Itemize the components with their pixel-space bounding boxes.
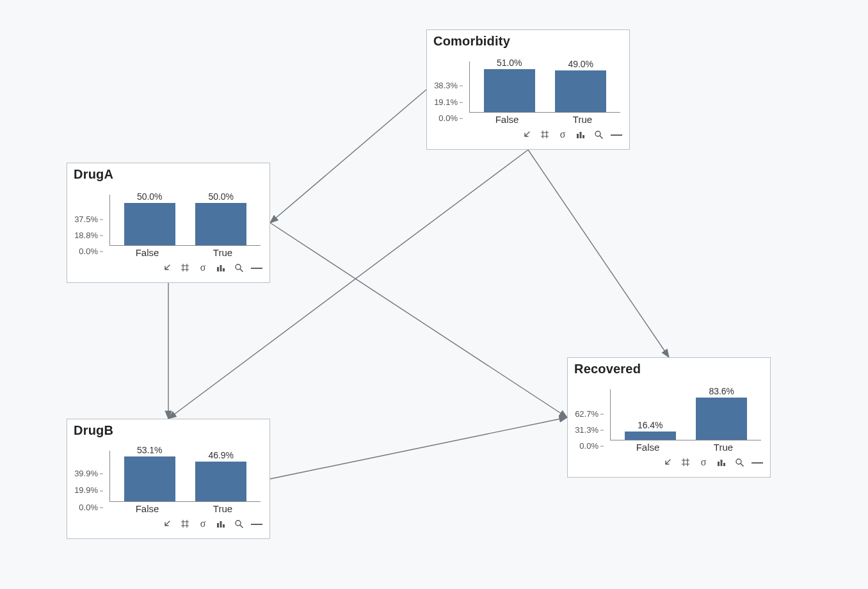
bar[interactable]: 83.6% <box>689 389 755 440</box>
minimize-icon[interactable]: — <box>752 457 762 467</box>
zoom-icon[interactable] <box>234 519 244 529</box>
x-label: False <box>113 247 182 260</box>
svg-rect-15 <box>718 462 719 466</box>
zoom-icon[interactable] <box>734 457 744 467</box>
x-label: False <box>613 442 683 455</box>
zoom-icon[interactable] <box>593 129 604 140</box>
y-tick: 19.1% <box>434 97 463 106</box>
svg-rect-16 <box>721 460 723 466</box>
svg-rect-5 <box>217 267 219 271</box>
collapse-icon[interactable] <box>663 457 673 467</box>
sigma-icon[interactable]: σ <box>558 129 568 140</box>
svg-rect-7 <box>223 268 225 271</box>
edge-drugb-to-recovered <box>270 417 567 479</box>
minimize-icon[interactable]: — <box>611 129 622 140</box>
svg-rect-11 <box>220 521 222 528</box>
bar-value-label: 50.0% <box>182 191 261 202</box>
svg-line-14 <box>240 525 243 528</box>
sigma-icon[interactable]: σ <box>698 457 709 467</box>
node-title: Comorbidity <box>427 30 629 50</box>
y-tick: 0.0% <box>438 113 463 123</box>
sigma-icon[interactable]: σ <box>198 262 208 273</box>
svg-rect-10 <box>217 523 219 528</box>
y-tick-label: 18.8 <box>74 230 90 239</box>
grid-icon[interactable] <box>180 519 190 529</box>
y-tick-label: 31.3 <box>575 424 591 434</box>
svg-line-19 <box>741 464 743 466</box>
bar-value-label: 46.9% <box>182 450 261 460</box>
collapse-icon[interactable] <box>162 519 172 529</box>
node-title: DrugB <box>67 419 269 439</box>
x-label: True <box>188 503 258 516</box>
bar[interactable]: 16.4% <box>617 389 683 440</box>
y-tick-label: 62.7 <box>575 408 591 418</box>
bar-value-label: 16.4% <box>611 420 689 430</box>
y-tick: 62.7% <box>575 408 604 418</box>
y-tick-label: 37.5 <box>74 214 90 224</box>
minimize-icon[interactable]: — <box>252 519 262 529</box>
bar-chart-icon[interactable] <box>216 262 226 273</box>
grid-icon[interactable] <box>680 457 691 467</box>
bar-value-label: 83.6% <box>682 386 761 396</box>
y-tick-label: 38.3 <box>434 80 450 90</box>
minimize-icon[interactable]: — <box>252 262 262 273</box>
x-label: True <box>548 114 618 127</box>
y-tick-label: 0.0 <box>438 113 450 123</box>
y-tick: 19.9% <box>74 485 103 495</box>
y-tick: 0.0% <box>79 246 103 256</box>
svg-rect-12 <box>223 524 225 528</box>
bar-value-label: 53.1% <box>110 445 189 455</box>
y-tick-label: 19.1 <box>434 97 450 106</box>
y-tick-label: 0.0 <box>79 246 90 256</box>
bar-value-label: 49.0% <box>542 59 620 69</box>
svg-line-9 <box>240 269 243 271</box>
grid-icon[interactable] <box>540 129 550 140</box>
edge-comorbidity-to-recovered <box>528 150 669 357</box>
bar[interactable]: 50.0% <box>188 195 254 245</box>
node-drugb[interactable]: DrugB0.0%19.9%39.9%53.1%46.9%FalseTrueσ— <box>67 419 270 539</box>
bar[interactable]: 49.0% <box>548 61 614 112</box>
bar-value-label: 50.0% <box>110 191 189 202</box>
bar-chart-icon[interactable] <box>575 129 586 140</box>
y-tick: 37.5% <box>74 214 103 224</box>
grid-icon[interactable] <box>180 262 190 273</box>
node-toolbar: σ— <box>67 516 269 534</box>
bar-chart-icon[interactable] <box>716 457 727 467</box>
bar-chart-icon[interactable] <box>216 519 226 529</box>
node-recovered[interactable]: Recovered0.0%31.3%62.7%16.4%83.6%FalseTr… <box>567 357 771 478</box>
svg-rect-6 <box>220 265 222 271</box>
diagram-canvas[interactable]: Comorbidity0.0%19.1%38.3%51.0%49.0%False… <box>0 0 868 589</box>
y-tick-label: 19.9 <box>74 485 90 495</box>
y-tick-label: 0.0 <box>79 503 90 512</box>
x-label: False <box>113 503 182 516</box>
bar[interactable]: 53.1% <box>117 451 182 501</box>
bar[interactable]: 46.9% <box>188 451 254 501</box>
collapse-icon[interactable] <box>162 262 172 273</box>
x-label: True <box>188 247 258 260</box>
node-title: DrugA <box>67 163 269 183</box>
chart-area: 0.0%19.9%39.9%53.1%46.9%FalseTrue <box>74 439 263 516</box>
svg-rect-17 <box>723 463 725 466</box>
node-druga[interactable]: DrugA0.0%18.8%37.5%50.0%50.0%FalseTrueσ— <box>67 163 270 283</box>
x-label: True <box>689 442 759 455</box>
chart-area: 0.0%31.3%62.7%16.4%83.6%FalseTrue <box>574 378 764 455</box>
bar[interactable]: 50.0% <box>117 195 182 245</box>
y-tick: 31.3% <box>575 424 604 434</box>
svg-rect-1 <box>580 132 582 138</box>
collapse-icon[interactable] <box>522 129 532 140</box>
chart-area: 0.0%18.8%37.5%50.0%50.0%FalseTrue <box>74 183 263 260</box>
node-comorbidity[interactable]: Comorbidity0.0%19.1%38.3%51.0%49.0%False… <box>426 29 630 150</box>
zoom-icon[interactable] <box>234 262 244 273</box>
svg-rect-0 <box>577 134 579 138</box>
svg-line-4 <box>600 136 602 138</box>
sigma-icon[interactable]: σ <box>198 519 208 529</box>
edge-comorbidity-to-druga <box>270 90 426 223</box>
node-toolbar: σ— <box>568 455 770 472</box>
node-title: Recovered <box>568 358 770 378</box>
node-toolbar: σ— <box>427 127 629 145</box>
edge-druga-to-recovered <box>270 223 567 417</box>
bar[interactable]: 51.0% <box>476 61 542 112</box>
y-tick-label: 39.9 <box>74 468 90 478</box>
bar-value-label: 51.0% <box>470 58 549 68</box>
y-tick: 18.8% <box>74 230 103 239</box>
